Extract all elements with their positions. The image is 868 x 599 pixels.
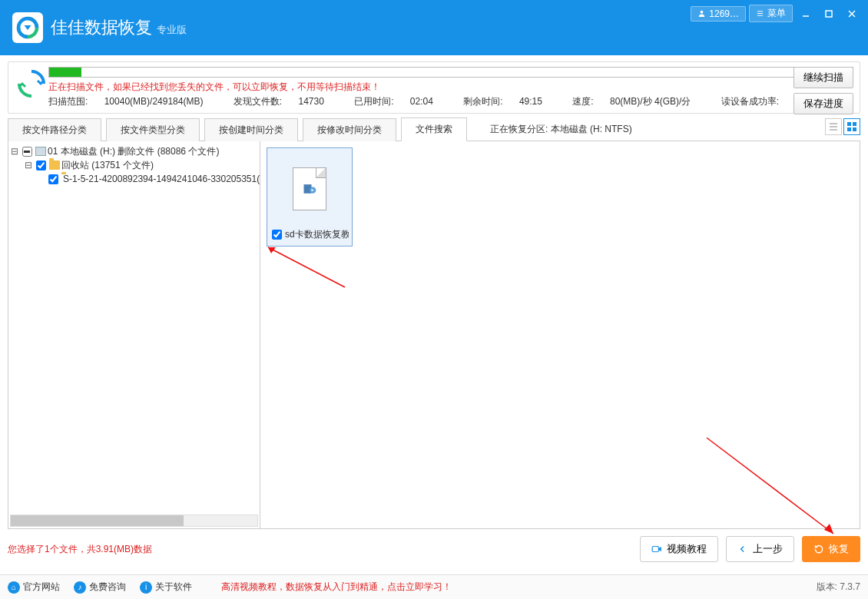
selection-text: 您选择了1个文件，共3.91(MB)数据 <box>8 543 152 556</box>
annotation-arrow-1 <box>260 241 353 295</box>
button-label: 上一步 <box>753 542 783 556</box>
tab-by-modified[interactable]: 按修改时间分类 <box>303 118 396 141</box>
tab-by-type[interactable]: 按文件类型分类 <box>106 118 200 141</box>
footer: ⌂官方网站 ♪免费咨询 i关于软件 高清视频教程，数据恢复从入门到精通，点击立即… <box>0 574 868 599</box>
horizontal-scrollbar[interactable] <box>10 515 258 527</box>
file-checkbox[interactable] <box>272 230 282 240</box>
svg-rect-14 <box>853 127 856 131</box>
close-button[interactable] <box>842 5 862 22</box>
maximize-icon <box>824 9 833 18</box>
back-button[interactable]: 上一步 <box>726 536 794 562</box>
button-label: 视频教程 <box>667 542 707 556</box>
svg-rect-12 <box>853 122 856 126</box>
tab-by-path[interactable]: 按文件路径分类 <box>8 118 101 141</box>
status-message: 正在扫描文件，如果已经找到您丢失的文件，可以立即恢复，不用等待扫描结束！ <box>48 81 853 94</box>
view-grid-button[interactable] <box>843 118 860 135</box>
status-details: 扫描范围: 10040(MB)/249184(MB) 发现文件数: 14730 … <box>48 95 853 108</box>
list-icon <box>828 121 839 132</box>
disk-icon <box>35 147 46 156</box>
tab-by-created[interactable]: 按创建时间分类 <box>204 118 298 141</box>
app-edition: 专业版 <box>157 23 187 37</box>
folder-icon <box>49 161 60 170</box>
progress-bar <box>48 67 853 78</box>
tree-pane: ⊟ 01 本地磁盘 (H:) 删除文件 (88086 个文件) ⊟ 回收站 (1… <box>8 141 260 528</box>
promo-text[interactable]: 高清视频教程，数据恢复从入门到精通，点击立即学习！ <box>221 581 452 594</box>
headset-icon: ♪ <box>74 581 86 594</box>
titlebar: 佳佳数据恢复 专业版 1269… 菜单 <box>0 0 868 55</box>
menu-icon <box>756 9 764 18</box>
svg-rect-11 <box>847 122 851 126</box>
about-link[interactable]: i关于软件 <box>140 581 192 594</box>
save-progress-button[interactable]: 保存进度 <box>793 93 853 114</box>
tree-node-recycle[interactable]: ⊟ 回收站 (13751 个文件) <box>10 158 258 172</box>
home-icon: ⌂ <box>8 581 20 594</box>
file-item[interactable]: sd卡数据恢复教… <box>267 147 353 247</box>
arrow-left-icon <box>737 544 748 554</box>
tree-label: S-1-5-21-4200892394-1494241046-330205351… <box>63 174 260 184</box>
grid-icon <box>846 121 857 132</box>
collapse-icon[interactable]: ⊟ <box>10 146 19 157</box>
video-file-icon <box>293 167 326 210</box>
tree-checkbox[interactable] <box>22 147 32 157</box>
free-consult-link[interactable]: ♪免费咨询 <box>74 581 126 594</box>
progress-fill <box>49 68 81 77</box>
tree-checkbox[interactable] <box>36 161 46 170</box>
recover-icon <box>813 544 824 554</box>
svg-marker-18 <box>268 247 276 253</box>
link-label: 关于软件 <box>155 581 192 594</box>
link-label: 免费咨询 <box>89 581 126 594</box>
menu-label: 菜单 <box>767 7 786 20</box>
main-area: ⊟ 01 本地磁盘 (H:) 删除文件 (88086 个文件) ⊟ 回收站 (1… <box>8 141 860 529</box>
official-site-link[interactable]: ⌂官方网站 <box>8 581 60 594</box>
tree-node-sid[interactable]: ⊟ S-1-5-21-4200892394-1494241046-3302053… <box>10 172 258 186</box>
scrollbar-thumb[interactable] <box>11 515 184 526</box>
partition-info: 正在恢复分区: 本地磁盘 (H: NTFS) <box>490 118 632 141</box>
video-icon <box>651 544 662 554</box>
link-label: 官方网站 <box>23 581 60 594</box>
recover-button[interactable]: 恢复 <box>802 536 860 562</box>
minimize-button[interactable] <box>796 5 816 22</box>
file-pane: sd卡数据恢复教… <box>260 141 860 528</box>
selection-bar: 您选择了1个文件，共3.91(MB)数据 视频教程 上一步 恢复 <box>8 535 860 563</box>
svg-rect-13 <box>847 127 851 131</box>
version-label: 版本: 7.3.7 <box>817 581 860 594</box>
collapse-icon[interactable]: ⊟ <box>24 160 33 170</box>
status-panel: 正在扫描文件，如果已经找到您丢失的文件，可以立即恢复，不用等待扫描结束！ 扫描范… <box>8 61 860 114</box>
tree-label: 01 本地磁盘 (H:) 删除文件 (88086 个文件) <box>48 145 219 158</box>
button-label: 恢复 <box>829 542 849 556</box>
maximize-button[interactable] <box>819 5 839 22</box>
tree-node-disk[interactable]: ⊟ 01 本地磁盘 (H:) 删除文件 (88086 个文件) <box>10 144 258 158</box>
tree-checkbox[interactable] <box>48 174 58 184</box>
app-logo <box>12 12 43 43</box>
minimize-icon <box>801 9 810 18</box>
view-list-button[interactable] <box>825 118 842 135</box>
file-name: sd卡数据恢复教… <box>285 228 349 241</box>
menu-button[interactable]: 菜单 <box>749 5 793 22</box>
user-badge-label: 1269… <box>709 8 739 19</box>
close-icon <box>847 9 856 18</box>
app-title: 佳佳数据恢复 <box>51 16 152 39</box>
continue-scan-button[interactable]: 继续扫描 <box>793 67 853 88</box>
status-icon <box>15 67 48 101</box>
svg-point-0 <box>701 11 704 14</box>
video-tutorial-button[interactable]: 视频教程 <box>640 536 718 562</box>
tabs-row: 按文件路径分类 按文件类型分类 按创建时间分类 按修改时间分类 文件搜索 正在恢… <box>8 117 860 141</box>
user-badge[interactable]: 1269… <box>691 6 746 22</box>
svg-rect-5 <box>826 11 832 17</box>
tree-label: 回收站 (13751 个文件) <box>61 159 154 172</box>
info-icon: i <box>140 581 152 594</box>
file-thumbnail <box>270 153 349 225</box>
user-icon <box>697 9 706 18</box>
svg-rect-21 <box>652 547 658 552</box>
tab-search[interactable]: 文件搜索 <box>401 117 467 141</box>
svg-line-17 <box>268 247 345 287</box>
